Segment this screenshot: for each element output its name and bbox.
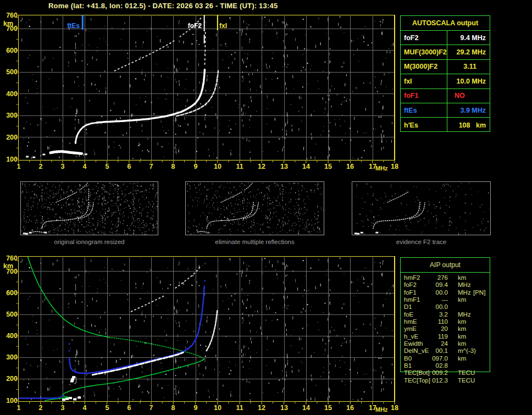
f2-trace bbox=[214, 202, 253, 222]
second-hop-upper bbox=[80, 183, 87, 190]
x-branch bbox=[410, 202, 425, 219]
panel-border-1 bbox=[186, 182, 324, 235]
second-hop bbox=[115, 41, 175, 71]
bottom-plot-noise bbox=[21, 258, 394, 403]
x-branch bbox=[79, 202, 93, 219]
panel-traces-2 bbox=[354, 191, 425, 234]
profile-bottomside bbox=[45, 359, 204, 401]
f-hook bbox=[207, 221, 214, 229]
marker-lines bbox=[82, 15, 218, 44]
second-hop-upper bbox=[245, 183, 252, 190]
autoscala-app-window: { "title": "Rome (lat: +41.8, lon: 012.5… bbox=[0, 0, 532, 415]
virtual-f-marks bbox=[69, 280, 206, 351]
es-trace bbox=[33, 231, 45, 232]
es-trace bbox=[198, 231, 209, 232]
bottom-plot-grid bbox=[19, 257, 395, 401]
f2-trace bbox=[97, 70, 204, 123]
restored-x-branch bbox=[207, 310, 218, 351]
marker-line-foF2 bbox=[204, 15, 205, 32]
second-hop bbox=[56, 191, 77, 202]
graphics-layer bbox=[0, 0, 532, 415]
profile-topside bbox=[27, 255, 109, 337]
marker-line-fxI bbox=[217, 15, 218, 31]
f2-asymptote bbox=[205, 31, 206, 64]
marker-line-ftEs bbox=[82, 15, 84, 30]
second-hop-upper bbox=[180, 17, 201, 37]
panel-border-2 bbox=[352, 182, 491, 235]
virtual-f-trace bbox=[69, 286, 204, 373]
f2-trace bbox=[49, 202, 88, 222]
marker-line-foF2 bbox=[204, 35, 205, 43]
panel-noise-1 bbox=[187, 182, 324, 235]
es-trace bbox=[51, 152, 82, 154]
x-branch bbox=[243, 202, 258, 219]
panel-border-0 bbox=[21, 182, 158, 235]
panel-noise-0 bbox=[21, 182, 158, 236]
top-plot-grid bbox=[19, 16, 395, 160]
panel-noise-2 bbox=[356, 182, 489, 235]
profile-peak-dotted bbox=[109, 337, 204, 359]
x-branch bbox=[176, 71, 218, 116]
hop-arc bbox=[131, 296, 164, 312]
panel-traces-0 bbox=[23, 183, 93, 235]
f2-trace bbox=[381, 202, 420, 222]
second-hop bbox=[221, 191, 242, 202]
es-specks bbox=[354, 232, 379, 235]
second-hop bbox=[387, 191, 409, 202]
f-hook bbox=[373, 221, 381, 229]
f-hook bbox=[75, 123, 97, 143]
panel-traces-1 bbox=[198, 183, 259, 233]
